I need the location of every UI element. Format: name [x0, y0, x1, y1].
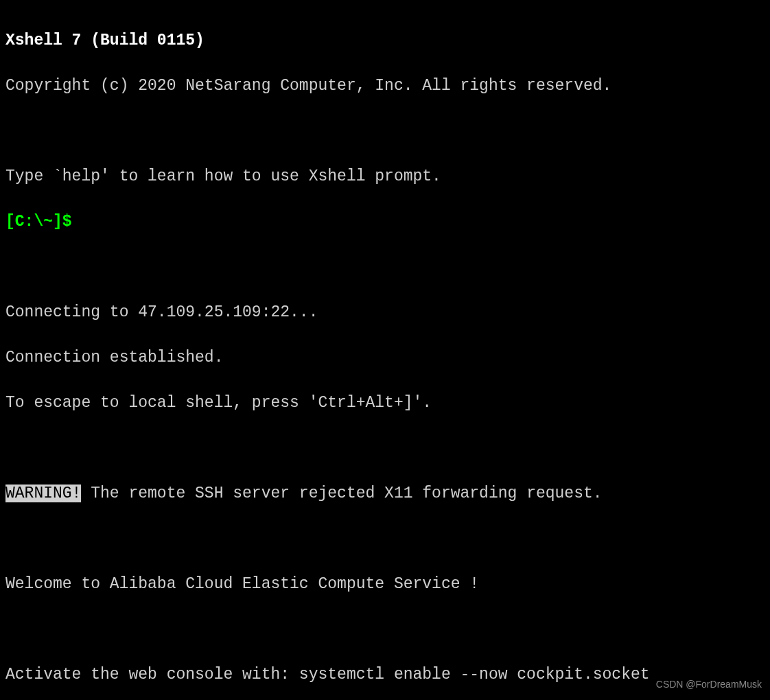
- app-title: Xshell 7 (Build 0115): [5, 30, 765, 52]
- help-hint: Type `help' to learn how to use Xshell p…: [5, 165, 765, 188]
- local-prompt: [C:\~]$: [5, 213, 72, 231]
- terminal-window[interactable]: Xshell 7 (Build 0115) Copyright (c) 2020…: [0, 0, 770, 700]
- connection-established: Connection established.: [5, 347, 765, 369]
- activate-text: Activate the web console with: systemctl…: [5, 664, 765, 686]
- watermark: CSDN @ForDreamMusk: [656, 673, 762, 696]
- warning-text: The remote SSH server rejected X11 forwa…: [81, 485, 602, 502]
- escape-hint: To escape to local shell, press 'Ctrl+Al…: [5, 392, 765, 415]
- welcome-text: Welcome to Alibaba Cloud Elastic Compute…: [5, 573, 765, 596]
- warning-label: WARNING!: [5, 485, 81, 502]
- copyright-text: Copyright (c) 2020 NetSarang Computer, I…: [5, 75, 765, 97]
- connecting-text: Connecting to 47.109.25.109:22...: [5, 301, 765, 324]
